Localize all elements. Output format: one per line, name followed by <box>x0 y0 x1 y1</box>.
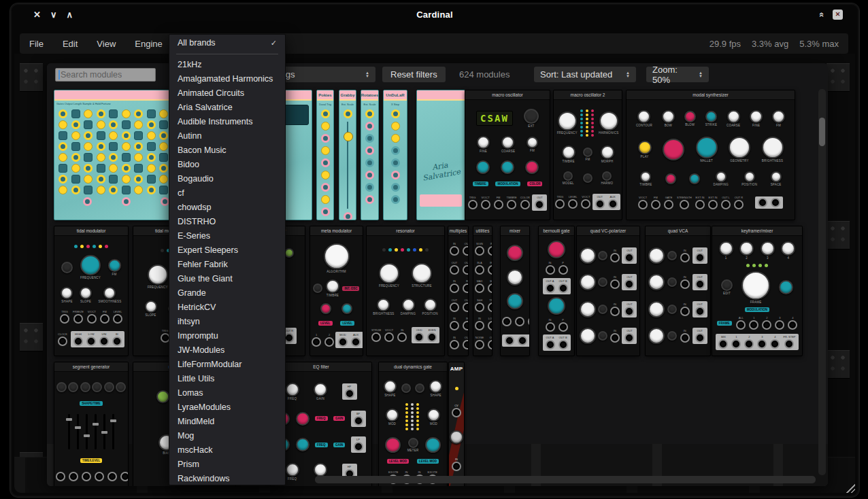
menu-file[interactable]: File <box>29 39 44 49</box>
jack <box>450 340 459 349</box>
jack <box>463 340 469 349</box>
module-card-quad-vc-polarizer[interactable]: quad VC-polarizerINOUTINOUTINOUTINOUT <box>576 226 640 356</box>
rack-rail <box>20 63 43 92</box>
knob <box>108 259 121 272</box>
brand-menu-item[interactable]: MindMeld <box>169 415 285 429</box>
brand-menu-item[interactable]: 21kHz <box>169 58 285 72</box>
module-title: AMP <box>449 362 464 372</box>
brand-menu-item[interactable]: Impromptu <box>169 329 285 343</box>
brand-menu-item[interactable]: LifeFormModular <box>169 358 285 372</box>
jack <box>558 322 568 332</box>
knob <box>744 171 755 182</box>
brand-menu-item[interactable]: DISTRHO <box>169 215 285 229</box>
jack <box>680 333 690 343</box>
knob <box>429 380 442 393</box>
module-card-quad-vca[interactable]: quad VCAINOUTINOUTINOUTINOUT <box>645 226 711 356</box>
brand-menu-item[interactable]: Bogaudio <box>169 172 285 186</box>
module-card[interactable]: Aria Salvatrice <box>416 90 465 220</box>
knob <box>580 328 596 344</box>
brand-menu-item[interactable]: Fehler Fabrik <box>169 258 285 272</box>
tray-icon[interactable]: ✕ <box>833 10 843 20</box>
module-card-resonator[interactable]: resonatorFREQUENCYSTRUCTUREBRIGHTNESSDAM… <box>366 226 445 356</box>
brand-menu-item[interactable]: Autinn <box>169 129 285 143</box>
module-card-grabby[interactable]: GrabbyExt. Scale <box>339 90 356 220</box>
brand-menu-item[interactable]: mscHack <box>169 443 285 458</box>
knob <box>665 173 676 184</box>
jack <box>505 336 514 345</box>
collapse-icon[interactable]: « <box>817 12 827 17</box>
jack <box>535 200 544 209</box>
brand-menu-item[interactable]: Animated Circuits <box>169 86 285 101</box>
vertical-scrollbar-thumb[interactable] <box>819 118 825 146</box>
brand-menu-item[interactable]: Glue the Giant <box>169 272 285 286</box>
module-card-rotatoes[interactable]: RotatoesExt. Scale <box>361 90 379 220</box>
led-matrix <box>405 403 420 430</box>
search-input[interactable]: Search modules <box>55 68 156 82</box>
brand-menu-item[interactable]: Expert Sleepers <box>169 243 285 258</box>
menu-view[interactable]: View <box>97 39 116 49</box>
knob <box>558 111 577 131</box>
brand-menu-item[interactable]: JW-Modules <box>169 343 285 358</box>
brand-menu-item[interactable]: Amalgamated Harmonics <box>169 72 285 86</box>
brand-menu-item[interactable]: Rackwindows <box>169 472 285 485</box>
brand-menu-item[interactable]: Grande <box>169 286 285 300</box>
jack <box>721 200 731 209</box>
module-card-mixer[interactable]: mixer <box>500 226 530 356</box>
module-card-tidal-modulator[interactable]: tidal modulatorFREQUENCYFMSHAPESLOPESMOO… <box>54 226 129 356</box>
brand-menu-item[interactable]: chowdsp <box>169 201 285 215</box>
jack <box>468 200 478 209</box>
module-card-pokies[interactable]: PokiesDuval Trig <box>316 90 334 220</box>
knob <box>548 241 565 258</box>
module-card-meta-modulator[interactable]: meta modulatorALGORITHMTIMBREINT. OSCLEV… <box>310 226 363 356</box>
knob <box>750 110 763 123</box>
jack <box>463 303 469 312</box>
module-card-utilities[interactable]: utilitiesSIGNINVIN AIN BMAXMINS&HTRIGINL… <box>473 226 493 356</box>
led-row <box>455 387 458 390</box>
brand-menu-item[interactable]: Bacon Music <box>169 143 285 158</box>
brand-menu-item-all-brands[interactable]: All brands ✓ <box>169 36 285 50</box>
brand-menu-item[interactable]: ihtsyn <box>169 315 285 329</box>
brand-menu-item[interactable]: Aria Salvatrice <box>169 101 285 115</box>
brand-menu-item[interactable]: E-Series <box>169 229 285 243</box>
knob <box>286 383 299 396</box>
brand-menu-item[interactable]: cf <box>169 186 285 201</box>
label-chip: COLOR <box>527 182 542 186</box>
brand-menu-item[interactable]: HetrickCV <box>169 300 285 315</box>
brand-menu-item[interactable]: LyraeModules <box>169 400 285 415</box>
knob <box>476 160 490 174</box>
horizontal-scrollbar[interactable] <box>315 476 816 483</box>
rack-rail <box>827 63 850 92</box>
knob <box>563 171 573 181</box>
menu-engine[interactable]: Engine <box>135 39 162 49</box>
menu-edit[interactable]: Edit <box>63 39 78 49</box>
jack <box>475 321 484 330</box>
module-card-amp[interactable]: AMPCVIN <box>448 362 465 486</box>
module-card-keyframer-mixer[interactable]: keyframer/mixer1234EDITFRAMEMODULATIONFR… <box>712 226 803 356</box>
jack <box>427 332 437 342</box>
sort-select[interactable]: Sort: Last updated ▲▼ <box>534 67 636 82</box>
cardinal-window: ✕ ∨ ∧ Cardinal « ✕ FileEditViewEngineHel… <box>10 3 860 498</box>
module-card-undular[interactable]: UnDuLaRX Step <box>383 90 407 220</box>
knob <box>762 137 784 158</box>
brand-menu-item[interactable]: Little Utils <box>169 372 285 386</box>
reset-filters-button[interactable]: Reset filters <box>382 67 446 82</box>
knob <box>386 409 399 421</box>
zoom-select[interactable]: Zoom: 50% ▲▼ <box>646 67 709 82</box>
brand-menu-item[interactable]: Lomas <box>169 386 285 400</box>
module-card-modal-synthesizer[interactable]: modal synthesizerCONTOURBOWBLOWSTRIKECOA… <box>626 90 795 220</box>
brand-menu-item[interactable]: Bidoo <box>169 158 285 172</box>
module-card-dual-dynamics-gate[interactable]: dual dynamics gateSHAPESHAPEMODMODMETERL… <box>378 362 448 486</box>
module-card-segment-generator[interactable]: segment generatorSHAPE/TIMETIME/LEVEL <box>54 362 129 486</box>
module-card-bernoulli-gate[interactable]: bernoulli gateINPOUT AOUT BINPOUT AOUT B <box>538 226 575 356</box>
vertical-scrollbar[interactable] <box>818 89 826 475</box>
brand-menu-item[interactable]: Prism <box>169 458 285 472</box>
tags-select[interactable]: Tags ▲▼ <box>270 67 375 82</box>
module-card-macro-oscillator[interactable]: macro oscillatorCSAWEXTFINECOARSEFMTIMBR… <box>465 90 550 220</box>
label-chip: LEVEL <box>340 321 354 326</box>
module-card-macro-oscillator-2[interactable]: macro oscillator 2FREQUENCYHARMONICSTIMB… <box>553 90 622 220</box>
brand-menu-item[interactable]: Audible Instruments <box>169 115 285 129</box>
brand-menu-item[interactable]: Mog <box>169 429 285 443</box>
brand-menu-selected-label: All brands <box>178 36 216 50</box>
knob <box>779 280 793 294</box>
module-card-multiples[interactable]: multiplesINOUTOUTOUTININOUTOUTINININOUT <box>448 226 469 356</box>
